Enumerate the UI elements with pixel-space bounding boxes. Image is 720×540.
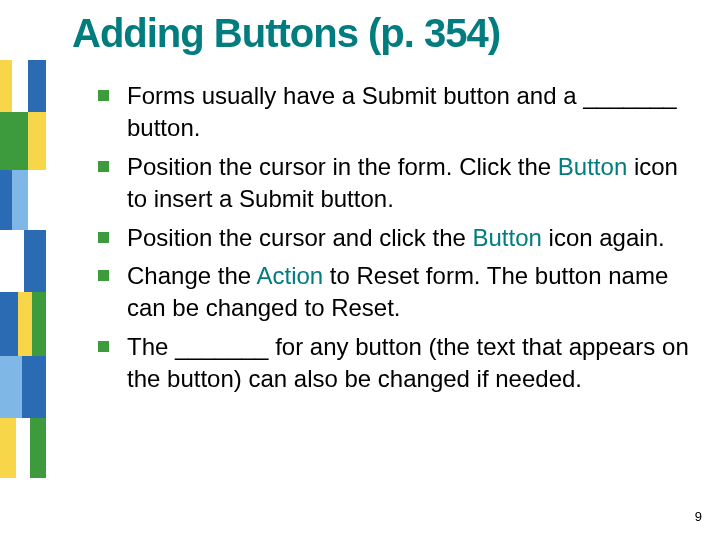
- decoration-block: [0, 170, 12, 230]
- decoration-block: [32, 292, 46, 356]
- list-item-text: Forms usually have a Submit button and a…: [127, 80, 698, 145]
- decoration-block: [12, 60, 28, 112]
- square-bullet-icon: [98, 232, 109, 243]
- list-item: Forms usually have a Submit button and a…: [98, 80, 698, 145]
- list-item: Position the cursor in the form. Click t…: [98, 151, 698, 216]
- decoration-block: [28, 60, 46, 112]
- decoration-block: [12, 170, 28, 230]
- decoration-block: [0, 418, 16, 478]
- slide-body: Forms usually have a Submit button and a…: [98, 80, 698, 402]
- decoration-block: [24, 230, 46, 292]
- list-item: Change the Action to Reset form. The but…: [98, 260, 698, 325]
- decoration-block: [0, 230, 24, 292]
- decoration-block: [18, 292, 32, 356]
- square-bullet-icon: [98, 270, 109, 281]
- decoration-block: [28, 170, 46, 230]
- list-item-text: The _______ for any button (the text tha…: [127, 331, 698, 396]
- decoration-block: [30, 418, 46, 478]
- decoration-block: [22, 356, 46, 418]
- list-item: The _______ for any button (the text tha…: [98, 331, 698, 396]
- page-number: 9: [695, 509, 702, 524]
- decoration-block: [16, 418, 30, 478]
- decoration-block: [0, 112, 28, 170]
- decoration-block: [0, 356, 22, 418]
- list-item-text: Position the cursor and click the Button…: [127, 222, 698, 254]
- list-item-text: Position the cursor in the form. Click t…: [127, 151, 698, 216]
- decoration-block: [0, 292, 18, 356]
- square-bullet-icon: [98, 341, 109, 352]
- square-bullet-icon: [98, 90, 109, 101]
- square-bullet-icon: [98, 161, 109, 172]
- slide: Adding Buttons (p. 354) Forms usually ha…: [0, 0, 720, 540]
- decoration-block: [28, 112, 46, 170]
- list-item-text: Change the Action to Reset form. The but…: [127, 260, 698, 325]
- decoration-block: [0, 60, 12, 112]
- side-stripe-decoration: [0, 60, 46, 490]
- slide-title: Adding Buttons (p. 354): [72, 12, 500, 54]
- list-item: Position the cursor and click the Button…: [98, 222, 698, 254]
